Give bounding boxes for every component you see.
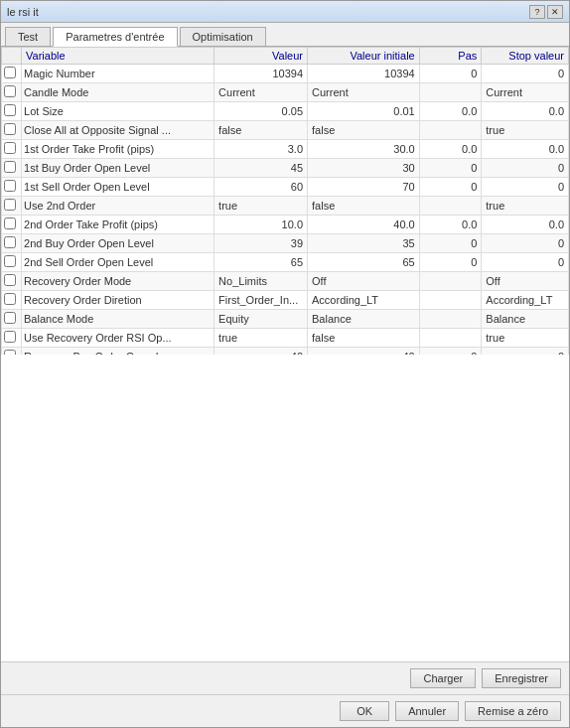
row-checkbox[interactable] <box>4 85 16 97</box>
row-valeur-initiale: 40.0 <box>308 216 420 234</box>
row-variable: 1st Sell Order Open Level <box>22 178 214 197</box>
close-button[interactable]: ✕ <box>547 5 563 19</box>
row-valeur-initiale: false <box>308 329 420 348</box>
table-row: Recovery Order DiretionFirst_Order_In...… <box>2 291 569 310</box>
row-pas: 0 <box>419 234 482 253</box>
row-valeur-initiale: false <box>308 197 420 216</box>
row-checkbox[interactable] <box>4 255 16 267</box>
row-pas <box>419 329 482 348</box>
row-valeur-initiale: According_LT <box>308 291 420 310</box>
row-stop-valeur: 0 <box>482 178 569 197</box>
row-valeur: Current <box>214 83 308 102</box>
row-variable: Candle Mode <box>22 83 214 102</box>
row-stop-valeur: According_LT <box>482 291 569 310</box>
tab-optimisation[interactable]: Optimisation <box>180 27 266 46</box>
row-checkbox-cell <box>2 102 22 121</box>
row-checkbox[interactable] <box>4 236 16 248</box>
row-variable: Close All at Opposite Signal ... <box>22 121 214 140</box>
row-checkbox[interactable] <box>4 274 16 286</box>
table-row: 2nd Order Take Profit (pips)10.040.00.00… <box>2 216 569 234</box>
row-stop-valeur: 0 <box>482 65 569 83</box>
table-row: Use Recovery Order RSI Op...truefalsetru… <box>2 329 569 348</box>
row-variable: Balance Mode <box>22 310 214 329</box>
bottom-bar: OK Annuler Remise a zéro <box>1 694 569 727</box>
row-pas <box>419 310 482 329</box>
row-checkbox-cell <box>2 159 22 178</box>
col-header-pas: Pas <box>419 48 482 65</box>
row-pas <box>419 197 482 216</box>
table-row: 2nd Buy Order Open Level393500 <box>2 234 569 253</box>
row-checkbox-cell <box>2 83 22 102</box>
ok-button[interactable]: OK <box>340 701 389 721</box>
enregistrer-button[interactable]: Enregistrer <box>482 668 561 688</box>
row-valeur: First_Order_In... <box>214 291 308 310</box>
row-variable: Magic Number <box>22 65 214 83</box>
row-pas <box>419 121 482 140</box>
row-pas: 0 <box>419 253 482 272</box>
row-pas <box>419 291 482 310</box>
row-checkbox[interactable] <box>4 67 16 78</box>
row-checkbox[interactable] <box>4 161 16 173</box>
title-bar: le rsi it ? ✕ <box>1 1 569 23</box>
col-header-valeur-initiale: Valeur initiale <box>308 48 420 65</box>
row-checkbox-cell <box>2 234 22 253</box>
row-stop-valeur: 0 <box>482 159 569 178</box>
row-valeur-initiale: false <box>308 121 420 140</box>
row-valeur-initiale: 35 <box>308 234 420 253</box>
tab-parametres[interactable]: Parametres d'entrée <box>53 27 177 47</box>
row-checkbox-cell <box>2 348 22 355</box>
content-area: Variable Valeur Valeur initiale Pas Stop… <box>1 47 569 727</box>
row-valeur: 65 <box>214 253 308 272</box>
row-variable: 1st Buy Order Open Level <box>22 159 214 178</box>
row-valeur-initiale: 30 <box>308 159 420 178</box>
col-header-variable: Variable <box>22 48 214 65</box>
row-valeur: 10394 <box>214 65 308 83</box>
row-valeur: 45 <box>214 159 308 178</box>
help-button[interactable]: ? <box>529 5 545 19</box>
row-pas: 0.0 <box>419 102 482 121</box>
row-pas: 0 <box>419 159 482 178</box>
row-valeur: 40 <box>214 348 308 355</box>
row-checkbox[interactable] <box>4 180 16 192</box>
row-checkbox[interactable] <box>4 104 16 116</box>
row-stop-valeur: Off <box>482 272 569 291</box>
row-checkbox[interactable] <box>4 312 16 324</box>
table-row: Use 2nd Ordertruefalsetrue <box>2 197 569 216</box>
row-valeur: 10.0 <box>214 216 308 234</box>
row-checkbox[interactable] <box>4 218 16 229</box>
row-variable: Recovery Order Diretion <box>22 291 214 310</box>
row-variable: 2nd Order Take Profit (pips) <box>22 216 214 234</box>
charger-button[interactable]: Charger <box>410 668 476 688</box>
row-checkbox[interactable] <box>4 142 16 154</box>
remise-button[interactable]: Remise a zéro <box>465 701 561 721</box>
row-checkbox[interactable] <box>4 331 16 343</box>
row-stop-valeur: true <box>482 197 569 216</box>
tab-test[interactable]: Test <box>5 27 51 46</box>
table-container: Variable Valeur Valeur initiale Pas Stop… <box>1 47 569 355</box>
table-row: Candle ModeCurrentCurrentCurrent <box>2 83 569 102</box>
row-variable: Recovery Buy Order Open L... <box>22 348 214 355</box>
window-title: le rsi it <box>7 6 529 18</box>
row-valeur-initiale: Current <box>308 83 420 102</box>
row-valeur: true <box>214 329 308 348</box>
row-checkbox[interactable] <box>4 199 16 211</box>
row-checkbox[interactable] <box>4 123 16 135</box>
row-stop-valeur: 0.0 <box>482 102 569 121</box>
row-valeur-initiale: 65 <box>308 253 420 272</box>
row-checkbox-cell <box>2 178 22 197</box>
row-valeur: false <box>214 121 308 140</box>
annuler-button[interactable]: Annuler <box>395 701 459 721</box>
row-stop-valeur: Balance <box>482 310 569 329</box>
table-row: Recovery Order ModeNo_LimitsOffOff <box>2 272 569 291</box>
footer-buttons: Charger Enregistrer <box>1 661 569 694</box>
tab-bar: Test Parametres d'entrée Optimisation <box>1 23 569 47</box>
row-valeur: 3.0 <box>214 140 308 159</box>
table-row: Balance ModeEquityBalanceBalance <box>2 310 569 329</box>
row-valeur-initiale: 30.0 <box>308 140 420 159</box>
row-stop-valeur: 0 <box>482 348 569 355</box>
row-valeur: 60 <box>214 178 308 197</box>
table-row: 1st Sell Order Open Level607000 <box>2 178 569 197</box>
row-checkbox[interactable] <box>4 293 16 305</box>
row-pas: 0 <box>419 348 482 355</box>
row-valeur: Equity <box>214 310 308 329</box>
